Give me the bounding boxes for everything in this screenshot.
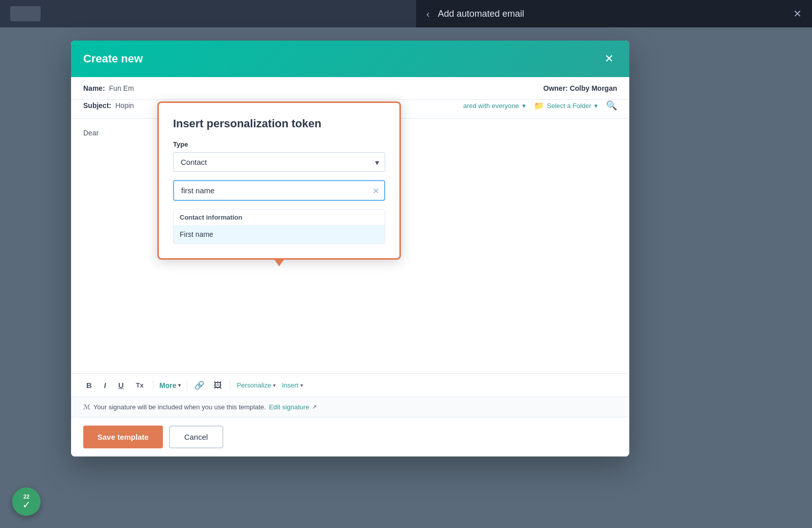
subject-label: Subject: xyxy=(83,101,111,110)
type-label: Type xyxy=(173,140,385,148)
panel-back-button[interactable]: ‹ xyxy=(426,8,430,20)
subject-right-controls: ared with everyone ▾ 📁 Select a Folder ▾… xyxy=(463,100,617,111)
underline-button[interactable]: U xyxy=(115,379,127,392)
create-dialog-title: Create new xyxy=(83,52,143,65)
shared-chevron-icon: ▾ xyxy=(522,102,526,110)
owner-field: Owner: Colby Morgan xyxy=(544,84,617,92)
more-label: More xyxy=(159,381,176,390)
toolbar-separator-1 xyxy=(153,380,153,391)
insert-chevron-icon: ▾ xyxy=(300,382,303,388)
panel-title: Add automated email xyxy=(438,9,524,19)
link-icon[interactable]: 🔗 xyxy=(193,379,206,392)
clear-format-button[interactable]: Tx xyxy=(133,379,147,391)
folder-icon: 📁 xyxy=(534,101,544,111)
shared-dropdown[interactable]: ared with everyone ▾ xyxy=(463,102,526,110)
results-section-header: Contact information xyxy=(174,209,385,225)
personalize-button[interactable]: Personalize ▾ xyxy=(236,381,276,389)
token-result-label: First name xyxy=(180,230,213,238)
token-result-item[interactable]: First name xyxy=(174,225,385,243)
search-button[interactable]: 🔍 xyxy=(606,100,617,111)
app-logo xyxy=(10,6,41,21)
popup-arrow xyxy=(274,259,284,266)
name-value: Fun Em xyxy=(109,84,134,92)
type-select-wrapper: Contact ▾ xyxy=(173,152,385,172)
insert-label: Insert xyxy=(282,381,298,389)
italic-button[interactable]: I xyxy=(101,379,109,392)
meta-right: Owner: Colby Morgan xyxy=(544,84,617,92)
personalize-chevron-icon: ▾ xyxy=(273,382,276,388)
signature-text: Your signature will be included when you… xyxy=(93,403,266,411)
toolbar: B I U Tx More ▾ 🔗 🖼 Personalize ▾ Insert… xyxy=(71,373,629,397)
subject-value: Hopin xyxy=(115,101,134,110)
folder-dropdown[interactable]: 📁 Select a Folder ▾ xyxy=(534,101,598,111)
bold-button[interactable]: B xyxy=(83,379,95,392)
token-search-input[interactable] xyxy=(173,180,385,201)
cancel-button[interactable]: Cancel xyxy=(169,426,223,448)
panel-close-button[interactable]: ✕ xyxy=(793,8,802,20)
body-text: Dear xyxy=(83,129,98,137)
signature-icon: ℳ xyxy=(83,403,90,411)
token-results: Contact information First name xyxy=(173,209,385,244)
more-chevron-icon: ▾ xyxy=(178,382,181,388)
edit-signature-link[interactable]: Edit signature xyxy=(269,403,310,411)
search-clear-icon[interactable]: ✕ xyxy=(373,186,379,195)
external-link-icon: ↗ xyxy=(312,404,317,410)
notification-badge[interactable]: 22 ✓ xyxy=(12,487,41,516)
personalization-token-popup: Insert personalization token Type Contac… xyxy=(157,101,401,260)
toolbar-separator-3 xyxy=(230,380,230,391)
owner-value: Colby Morgan xyxy=(570,84,617,92)
type-select[interactable]: Contact xyxy=(173,152,385,172)
side-panel-header: ‹ Add automated email ✕ xyxy=(416,0,812,27)
subject-field: Subject: Hopin xyxy=(83,101,134,110)
image-icon[interactable]: 🖼 xyxy=(212,379,224,392)
create-dialog-header: Create new ✕ xyxy=(71,41,629,77)
owner-label: Owner: xyxy=(544,84,568,92)
notification-check-icon: ✓ xyxy=(22,500,31,510)
shared-label: ared with everyone xyxy=(463,102,519,110)
search-wrapper: ✕ xyxy=(173,180,385,201)
dialog-footer: Save template Cancel xyxy=(71,417,629,456)
notification-count: 22 xyxy=(23,494,29,500)
name-label: Name: xyxy=(83,84,105,92)
folder-chevron-icon: ▾ xyxy=(594,102,598,110)
insert-button[interactable]: Insert ▾ xyxy=(282,381,303,389)
create-dialog-meta: Name: Fun Em Owner: Colby Morgan xyxy=(71,77,629,100)
create-dialog-close-button[interactable]: ✕ xyxy=(601,51,617,67)
more-button[interactable]: More ▾ xyxy=(159,381,181,390)
name-field: Name: Fun Em xyxy=(83,84,134,92)
notification-content: 22 ✓ xyxy=(22,494,31,510)
personalize-label: Personalize xyxy=(236,381,271,389)
signature-bar: ℳ Your signature will be included when y… xyxy=(71,397,629,417)
folder-label: Select a Folder xyxy=(547,102,591,110)
toolbar-separator-2 xyxy=(187,380,187,391)
popup-title: Insert personalization token xyxy=(173,117,385,130)
save-template-button[interactable]: Save template xyxy=(83,426,163,448)
